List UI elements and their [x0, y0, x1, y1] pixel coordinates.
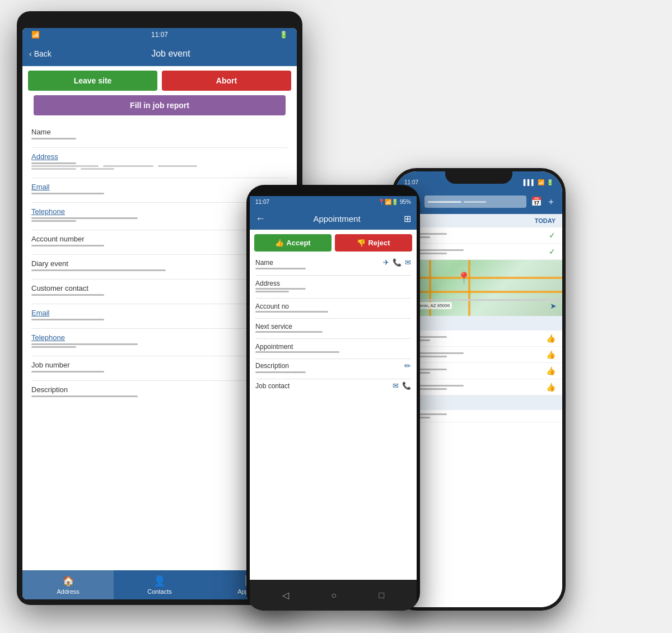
address-label[interactable]: Address — [31, 152, 288, 161]
list-item[interactable]: ✓ — [395, 244, 562, 260]
address-line-3b — [81, 168, 114, 170]
list-item[interactable]: 👍 — [395, 379, 562, 395]
address-lines-pair — [31, 165, 288, 167]
search-line-2 — [464, 201, 486, 203]
android-content-area[interactable]: Name ✈ 📞 ✉ Address Account no — [250, 255, 417, 580]
tablet-nav-bar: ‹ Back Job event — [22, 41, 297, 66]
android-divider-6 — [255, 379, 411, 379]
contact-email-icon[interactable]: ✉ — [393, 381, 399, 390]
iphone-header: 👤 📅 ＋ — [395, 189, 562, 214]
name-label: Name — [31, 128, 288, 136]
address-line-3a — [31, 168, 76, 170]
address-nav-icon: 🏠 — [62, 575, 74, 587]
name-field: Name — [31, 128, 288, 139]
android-job-contact-field: Job contact ✉ 📞 — [255, 381, 411, 390]
iphone-content-area[interactable]: ✓ ✓ 📍 system Ian, Phoenix, AZ 85006 ➤ — [395, 227, 562, 607]
android-status-bar: 11:07 📍📶🔋 95% — [250, 196, 417, 207]
android-divider-2 — [255, 298, 411, 299]
telephone-line-1 — [31, 217, 138, 219]
android-divider-1 — [255, 275, 411, 276]
reject-button[interactable]: 👎 Reject — [335, 234, 412, 252]
telephone-line-2b — [31, 346, 76, 348]
android-home-nav[interactable]: ○ — [331, 590, 337, 601]
list-item[interactable]: 👍 — [395, 331, 562, 347]
nav-address[interactable]: 🏠 Address — [22, 570, 114, 599]
add-icon[interactable]: ＋ — [547, 196, 556, 208]
road-horizontal-1 — [395, 277, 562, 279]
wifi-icon: 📶 — [31, 31, 40, 39]
android-time: 11:07 — [255, 199, 269, 205]
list-item[interactable]: 👍 — [395, 363, 562, 379]
road-vertical-2 — [468, 260, 470, 316]
name-value-line — [31, 138, 76, 139]
android-back-button[interactable]: ← — [255, 213, 265, 225]
iphone-screen: 11:07 ▌▌▌ 📶 🔋 👤 📅 ＋ — [395, 171, 562, 607]
android-account-value — [255, 311, 328, 313]
telephone-line-2 — [31, 220, 76, 222]
android-description-field: Description ✏ — [255, 361, 411, 373]
android-desc-header: Description ✏ — [255, 361, 411, 370]
accept-button[interactable]: 👍 Accept — [254, 234, 332, 252]
android-name-label: Name — [255, 259, 273, 267]
map-location-pin: 📍 — [457, 271, 471, 285]
android-bottom-bar: ◁ ○ □ — [250, 580, 417, 611]
back-arrow-icon: ‹ — [29, 49, 32, 58]
thumbs-down-icon: 👎 — [357, 239, 366, 247]
thumbs-up-icon: 👍 — [275, 239, 284, 247]
android-divider-4 — [255, 338, 411, 339]
leave-site-button[interactable]: Leave site — [28, 71, 157, 91]
android-job-contact-label: Job contact — [255, 382, 290, 390]
android-appointment-value — [255, 351, 339, 353]
job-number-value — [31, 371, 104, 373]
fill-report-container: Fill in job report — [22, 95, 297, 122]
android-contact-header: Job contact ✉ 📞 — [255, 381, 411, 390]
check-icon: ✓ — [549, 231, 556, 240]
back-button[interactable]: ‹ Back — [29, 49, 52, 58]
list-item[interactable]: 👍 — [395, 347, 562, 363]
contact-phone-icon[interactable]: 📞 — [402, 381, 411, 390]
address-field: Address — [31, 152, 288, 170]
divider-2 — [31, 178, 288, 178]
back-label: Back — [34, 49, 52, 58]
android-grid-icon[interactable]: ⊞ — [404, 213, 411, 224]
list-item[interactable]: ✓ — [395, 227, 562, 244]
reject-label: Reject — [368, 239, 390, 247]
address-line-1 — [31, 162, 76, 164]
android-address-field: Address — [255, 278, 411, 292]
fill-report-button[interactable]: Fill in job report — [34, 95, 286, 115]
iphone-notch — [445, 168, 512, 184]
signal-bars-icon: ▌▌▌ — [524, 179, 535, 185]
email-icon[interactable]: ✉ — [405, 258, 411, 267]
map-navigate-icon[interactable]: ➤ — [550, 301, 557, 310]
android-back-nav[interactable]: ◁ — [282, 590, 289, 601]
telephone-line-2a — [31, 343, 138, 345]
android-name-field: Name ✈ 📞 ✉ — [255, 258, 411, 269]
road-horizontal-2 — [395, 291, 562, 293]
android-account-field: Account no — [255, 301, 411, 313]
navigate-icon[interactable]: ✈ — [383, 258, 389, 267]
android-recent-nav[interactable]: □ — [379, 590, 385, 601]
description-value — [31, 395, 138, 397]
search-line-1 — [428, 201, 461, 203]
phone-icon[interactable]: 📞 — [393, 258, 402, 267]
iphone-map[interactable]: 📍 system Ian, Phoenix, AZ 85006 ➤ — [395, 260, 562, 316]
android-name-header: Name ✈ 📞 ✉ — [255, 258, 411, 267]
calendar-icon[interactable]: 📅 — [531, 196, 542, 208]
thumb-up-icon: 👍 — [546, 334, 556, 343]
accept-label: Accept — [286, 239, 310, 247]
nav-contacts[interactable]: 👤 Contacts — [114, 570, 205, 599]
email-label[interactable]: Email — [31, 183, 288, 191]
android-description-label: Description — [255, 362, 289, 370]
header-search-bar — [424, 196, 526, 208]
android-address-label: Address — [255, 280, 280, 287]
abort-button[interactable]: Abort — [162, 71, 291, 91]
android-status-icons: 📍📶🔋 95% — [378, 199, 411, 205]
edit-icon[interactable]: ✏ — [404, 361, 411, 370]
page-title: Job event — [52, 49, 290, 59]
android-phone-device: 11:07 📍📶🔋 95% ← Appointment ⊞ 👍 Accept 👎… — [246, 185, 420, 611]
list-item[interactable] — [395, 410, 562, 422]
address-lines-pair2 — [31, 168, 288, 170]
thumb-up-icon: 👍 — [546, 383, 556, 392]
tablet-time: 11:07 — [151, 31, 168, 39]
iphone-time: 11:07 — [404, 179, 418, 185]
